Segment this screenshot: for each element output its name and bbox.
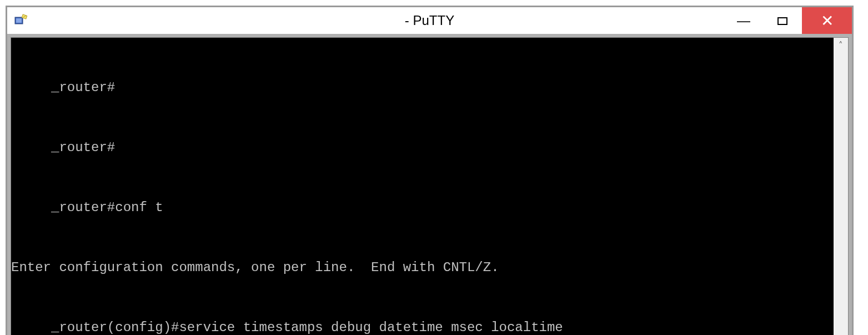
putty-window: - PuTTY — ✕ _router# _router# _router#co… <box>6 6 854 335</box>
terminal-line: _router#conf t <box>11 198 834 218</box>
close-icon: ✕ <box>821 12 834 30</box>
minimize-button[interactable]: — <box>724 7 763 34</box>
svg-rect-1 <box>16 18 22 23</box>
terminal-line: _router# <box>11 78 834 98</box>
chevron-up-icon: ˄ <box>839 40 843 50</box>
maximize-button[interactable] <box>763 7 802 34</box>
terminal-output[interactable]: _router# _router# _router#conf t Enter c… <box>11 38 834 335</box>
title-bar[interactable]: - PuTTY — ✕ <box>7 7 852 34</box>
scroll-up-button[interactable]: ˄ <box>834 38 848 52</box>
close-button[interactable]: ✕ <box>802 7 852 34</box>
putty-icon <box>14 14 27 27</box>
maximize-icon <box>777 13 787 28</box>
minimize-icon: — <box>737 13 750 28</box>
svg-rect-4 <box>778 18 787 24</box>
scrollbar-track[interactable] <box>834 52 848 335</box>
terminal-line: Enter configuration commands, one per li… <box>11 258 834 278</box>
terminal-line: _router# <box>11 138 834 158</box>
window-title: - PuTTY <box>405 13 454 28</box>
terminal-line: _router(config)#service timestamps debug… <box>11 318 834 335</box>
vertical-scrollbar[interactable]: ˄ ˅ <box>834 38 848 335</box>
client-area: _router# _router# _router#conf t Enter c… <box>11 37 849 335</box>
window-controls: — ✕ <box>724 7 852 34</box>
